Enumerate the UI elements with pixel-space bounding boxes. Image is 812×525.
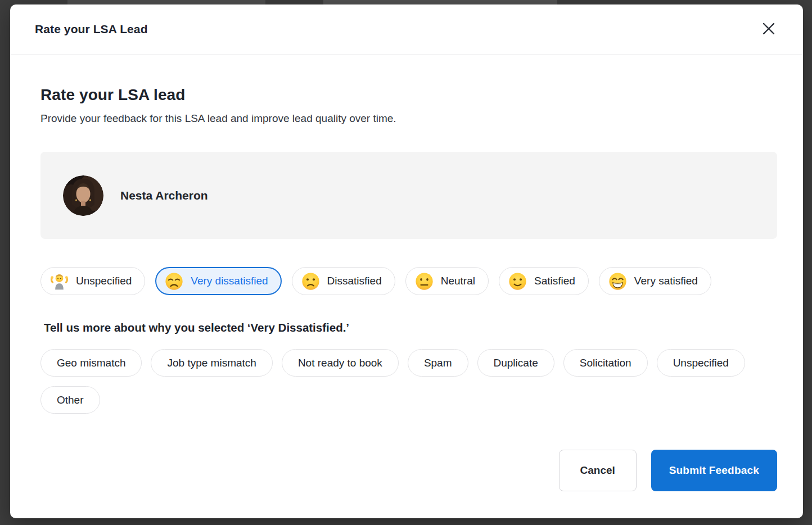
- cancel-button[interactable]: Cancel: [559, 450, 637, 491]
- close-icon: [761, 21, 776, 38]
- rating-very-satisfied[interactable]: Very satisfied: [599, 267, 711, 295]
- reason-options: Geo mismatch Job type mismatch Not ready…: [40, 349, 777, 414]
- avatar: [63, 175, 103, 216]
- slightly-smiling-face-icon: [508, 272, 527, 291]
- rating-label: Very satisfied: [634, 275, 698, 287]
- rating-neutral[interactable]: Neutral: [405, 267, 489, 295]
- rating-label: Very dissatisfied: [191, 275, 268, 287]
- lead-card: Nesta Archeron: [40, 152, 777, 239]
- reason-duplicate[interactable]: Duplicate: [477, 349, 554, 377]
- reason-unspecified[interactable]: Unspecified: [657, 349, 745, 377]
- modal-footer: Cancel Submit Feedback: [10, 450, 803, 518]
- rating-very-dissatisfied[interactable]: Very dissatisfied: [155, 267, 281, 295]
- disappointed-face-icon: [165, 272, 183, 291]
- rating-label: Satisfied: [534, 275, 575, 287]
- reason-job-type-mismatch[interactable]: Job type mismatch: [151, 349, 272, 377]
- close-button[interactable]: [759, 20, 778, 39]
- background-page-fragment: [67, 0, 265, 4]
- slightly-frowning-face-icon: [301, 272, 320, 291]
- rating-unspecified[interactable]: Unspecified: [40, 267, 145, 295]
- person-shrugging-icon: [50, 272, 69, 291]
- page-title: Rate your LSA lead: [40, 86, 777, 104]
- modal-title: Rate your LSA Lead: [35, 22, 148, 36]
- rating-satisfied[interactable]: Satisfied: [499, 267, 589, 295]
- rating-label: Dissatisfied: [327, 275, 382, 287]
- modal-header: Rate your LSA Lead: [10, 4, 803, 55]
- page-subtitle: Provide your feedback for this LSA lead …: [40, 112, 777, 125]
- reason-not-ready-to-book[interactable]: Not ready to book: [282, 349, 399, 377]
- reasons-heading: Tell us more about why you selected ‘Ver…: [44, 321, 777, 334]
- submit-feedback-button[interactable]: Submit Feedback: [651, 450, 777, 491]
- reason-solicitation[interactable]: Solicitation: [563, 349, 648, 377]
- reason-geo-mismatch[interactable]: Geo mismatch: [40, 349, 142, 377]
- rating-options: Unspecified Very dissatisfied: [40, 267, 777, 295]
- modal-body: Rate your LSA lead Provide your feedback…: [10, 55, 803, 450]
- beaming-face-icon: [608, 272, 627, 291]
- background-page-fragment: [323, 0, 557, 4]
- reason-spam[interactable]: Spam: [408, 349, 468, 377]
- rate-lsa-lead-modal: Rate your LSA Lead Rate your LSA lead Pr…: [10, 4, 803, 518]
- lead-name: Nesta Archeron: [120, 189, 208, 202]
- rating-label: Unspecified: [76, 275, 132, 287]
- rating-label: Neutral: [441, 275, 475, 287]
- neutral-face-icon: [415, 272, 434, 291]
- reason-other[interactable]: Other: [40, 386, 100, 414]
- rating-dissatisfied[interactable]: Dissatisfied: [292, 267, 395, 295]
